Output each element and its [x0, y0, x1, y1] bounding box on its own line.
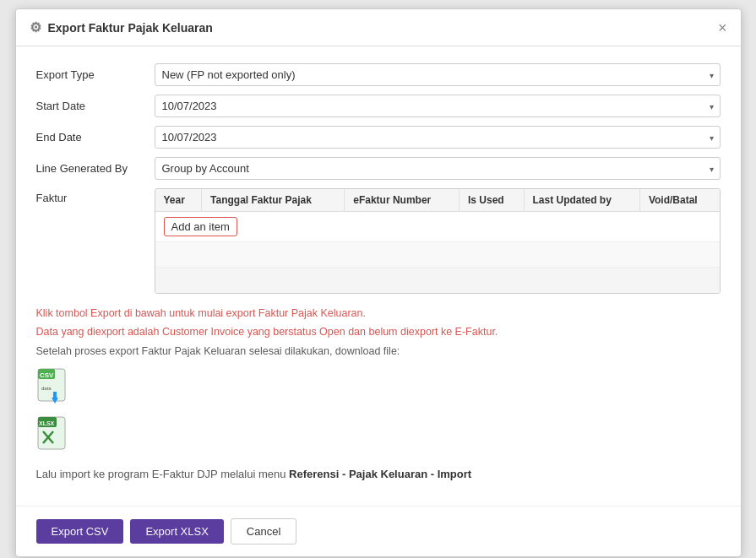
info-line1: Klik tombol Export di bawah untuk mulai … — [36, 306, 721, 322]
export-csv-button[interactable]: Export CSV — [36, 519, 124, 544]
export-type-select[interactable]: New (FP not exported only) — [155, 63, 721, 86]
gear-icon: ⚙ — [30, 19, 41, 35]
svg-text:CSV: CSV — [40, 371, 54, 379]
xlsx-icon: XLSX — [36, 416, 721, 459]
modal-body: Export Type New (FP not exported only) ▾… — [16, 46, 741, 506]
col-lastupdated: Last Updated by — [524, 189, 639, 212]
col-isused: Is Used — [460, 189, 525, 212]
svg-rect-5 — [53, 392, 57, 398]
line-generated-select-wrapper: Group by Account ▾ — [155, 157, 721, 180]
start-date-row: Start Date ▾ — [36, 95, 721, 117]
col-year: Year — [155, 189, 202, 212]
col-efaktur: eFaktur Number — [345, 189, 460, 212]
empty-cell — [155, 242, 720, 268]
export-type-select-wrapper: New (FP not exported only) ▾ — [155, 63, 721, 86]
end-date-label: End Date — [36, 131, 155, 144]
faktur-table: Year Tanggal Faktur Pajak eFaktur Number… — [155, 189, 720, 293]
info-line2: Data yang diexport adalah Customer Invoi… — [36, 324, 721, 340]
table-header-row: Year Tanggal Faktur Pajak eFaktur Number… — [155, 189, 720, 212]
col-tanggal: Tanggal Faktur Pajak — [202, 189, 345, 212]
start-date-wrapper: ▾ — [155, 95, 721, 117]
line-generated-row: Line Generated By Group by Account ▾ — [36, 157, 721, 180]
faktur-label: Faktur — [36, 188, 155, 204]
export-modal: ⚙ Export Faktur Pajak Keluaran × Export … — [15, 8, 742, 557]
export-xlsx-button[interactable]: Export XLSX — [130, 519, 223, 544]
svg-text:XLSX: XLSX — [39, 420, 55, 426]
table-row: Add an item — [155, 212, 720, 242]
import-text-bold: Referensi - Pajak Keluaran - Import — [289, 468, 471, 480]
info-section: Klik tombol Export di bawah untuk mulai … — [36, 306, 721, 489]
modal-title-row: ⚙ Export Faktur Pajak Keluaran — [30, 19, 213, 35]
modal-overlay: ⚙ Export Faktur Pajak Keluaran × Export … — [0, 0, 756, 558]
import-text-before: Lalu import ke program E-Faktur DJP mela… — [36, 468, 290, 480]
csv-icon: CSV data — [36, 368, 721, 411]
empty-cell-2 — [155, 268, 720, 293]
add-item-button[interactable]: Add an item — [164, 217, 237, 236]
svg-text:data: data — [41, 386, 52, 391]
table-row — [155, 268, 720, 293]
table-row — [155, 242, 720, 268]
col-void: Void/Batal — [639, 189, 719, 212]
faktur-table-wrapper: Year Tanggal Faktur Pajak eFaktur Number… — [155, 188, 721, 294]
start-date-label: Start Date — [36, 100, 155, 112]
end-date-row: End Date ▾ — [36, 126, 721, 149]
modal-title: Export Faktur Pajak Keluaran — [48, 21, 213, 35]
modal-header: ⚙ Export Faktur Pajak Keluaran × — [16, 9, 741, 46]
end-date-wrapper: ▾ — [155, 126, 721, 149]
export-type-row: Export Type New (FP not exported only) ▾ — [36, 63, 721, 86]
add-item-cell: Add an item — [155, 212, 720, 242]
cancel-button[interactable]: Cancel — [231, 518, 296, 544]
import-instruction: Lalu import ke program E-Faktur DJP mela… — [36, 468, 721, 480]
csv-file-svg: CSV data — [36, 368, 73, 409]
start-date-input[interactable] — [155, 95, 721, 117]
end-date-input[interactable] — [155, 126, 721, 149]
info-line3: Setelah proses export Faktur Pajak Kelua… — [36, 344, 721, 360]
file-icons-section: CSV data XLSX — [36, 368, 721, 459]
close-icon[interactable]: × — [718, 20, 727, 35]
export-type-label: Export Type — [36, 68, 155, 81]
line-generated-select[interactable]: Group by Account — [155, 157, 721, 180]
modal-footer: Export CSV Export XLSX Cancel — [16, 506, 741, 556]
xlsx-file-svg: XLSX — [36, 416, 73, 457]
faktur-row: Faktur Year Tanggal Faktur Pajak eFaktur… — [36, 188, 721, 294]
line-generated-label: Line Generated By — [36, 162, 155, 175]
